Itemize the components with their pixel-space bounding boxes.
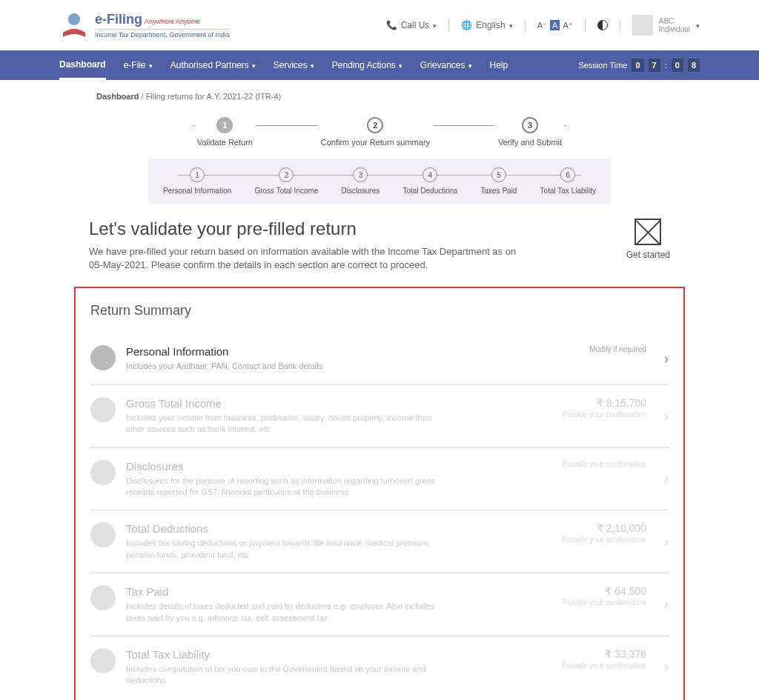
breadcrumb-current: Filing returns for A.Y. 2021-22 (ITR-4) bbox=[146, 92, 282, 101]
get-started-icon bbox=[634, 219, 661, 245]
summary-item-amount: ₹ 8,15,700 bbox=[597, 397, 646, 409]
divider bbox=[525, 19, 526, 31]
get-started[interactable]: Get started bbox=[626, 219, 670, 260]
font-normal[interactable]: A bbox=[550, 20, 560, 30]
logo-text: e-FilingAnywhere Anytime Income Tax Depa… bbox=[95, 12, 230, 39]
call-us-dropdown[interactable]: 📞 Call Us bbox=[386, 20, 437, 30]
summary-item[interactable]: Personal Information Includes your Aadha… bbox=[90, 333, 669, 384]
language-dropdown[interactable]: 🌐 English bbox=[461, 20, 512, 30]
sub-step-5[interactable]: 5Taxes Paid bbox=[481, 167, 517, 195]
summary-item-desc: Includes tax saving deductions or paymen… bbox=[126, 538, 437, 561]
summary-item-note: Provide your confirmation bbox=[563, 536, 646, 544]
summary-item-amount: ₹ 64,500 bbox=[605, 585, 646, 597]
user-type: Individual bbox=[659, 25, 690, 33]
main-step-1[interactable]: 1Validate Return bbox=[194, 117, 256, 147]
efiling-tagline: Anywhere Anytime bbox=[145, 18, 200, 25]
summary-item-title: Personal Information bbox=[126, 345, 525, 358]
chevron-down-icon bbox=[311, 60, 314, 70]
sub-step-1[interactable]: 1Personal Information bbox=[163, 167, 231, 195]
return-summary-box: Return Summary Personal Information Incl… bbox=[74, 287, 685, 700]
sub-stepper: 1Personal Information 2Gross Total Incom… bbox=[148, 159, 611, 204]
nav-authorised-partners[interactable]: Authorised Partners bbox=[170, 50, 256, 80]
summary-item-note: Provide your confirmation bbox=[563, 661, 646, 670]
phone-icon: 📞 bbox=[386, 20, 397, 30]
chevron-down-icon bbox=[149, 60, 153, 70]
time-digit: 0 bbox=[632, 59, 643, 72]
summary-item[interactable]: Tax Paid Includes details of taxes deduc… bbox=[90, 573, 669, 636]
page-subtitle: We have pre-filled your return based on … bbox=[89, 245, 519, 272]
summary-item-desc: Disclosures for the purpose of reporting… bbox=[126, 476, 437, 499]
main-step-2[interactable]: 2Confirm your Return summary bbox=[318, 117, 433, 147]
breadcrumb: Dashboard / Filing returns for A.Y. 2021… bbox=[96, 80, 663, 110]
summary-item-title: Gross Total Income bbox=[126, 397, 525, 410]
sub-step-2[interactable]: 2Gross Total Income bbox=[254, 167, 318, 195]
summary-item-note: Provide your confirmation bbox=[563, 410, 646, 419]
svg-point-0 bbox=[68, 13, 80, 25]
chevron-down-icon bbox=[399, 60, 402, 70]
summary-item-desc: Includes your income from business, prof… bbox=[126, 413, 437, 436]
nav-services[interactable]: Services bbox=[274, 50, 314, 80]
sub-step-3[interactable]: 3Disclosures bbox=[342, 167, 380, 195]
summary-item[interactable]: Disclosures Disclosures for the purpose … bbox=[90, 448, 669, 511]
divider bbox=[585, 19, 586, 31]
main-stepper: 1Validate Return 2Confirm your Return su… bbox=[163, 117, 596, 147]
user-menu[interactable]: ABC Individual bbox=[632, 15, 700, 36]
status-circle-icon bbox=[90, 460, 116, 485]
globe-icon: 🌐 bbox=[461, 20, 472, 30]
status-circle-icon bbox=[90, 585, 116, 610]
time-digit: 7 bbox=[649, 59, 660, 72]
summary-item-title: Disclosures bbox=[126, 460, 525, 473]
chevron-down-icon bbox=[433, 20, 437, 30]
nav-pending-actions[interactable]: Pending Actions bbox=[332, 50, 402, 80]
nav-dashboard[interactable]: Dashboard bbox=[59, 50, 106, 80]
summary-item[interactable]: Total Tax Liability Includes computation… bbox=[90, 636, 669, 699]
validate-heading-area: Let's validate your pre-filled return We… bbox=[89, 219, 670, 272]
divider bbox=[448, 19, 449, 31]
top-controls: 📞 Call Us 🌐 English A⁻ A A⁺ ABC Individu… bbox=[386, 15, 700, 36]
summary-item-note: Provide your confirmation bbox=[563, 460, 646, 468]
main-step-3[interactable]: 3Verify and Submit bbox=[495, 117, 565, 147]
avatar bbox=[632, 15, 653, 36]
chevron-right-icon bbox=[664, 659, 669, 675]
summary-item-title: Total Deductions bbox=[126, 522, 525, 535]
summary-title: Return Summary bbox=[90, 303, 669, 319]
emblem-icon bbox=[59, 10, 89, 40]
breadcrumb-root[interactable]: Dashboard bbox=[96, 92, 139, 101]
font-decrease[interactable]: A⁻ bbox=[537, 21, 547, 30]
nav-help[interactable]: Help bbox=[490, 50, 508, 80]
chevron-down-icon bbox=[509, 20, 513, 30]
summary-item[interactable]: Gross Total Income Includes your income … bbox=[90, 385, 669, 448]
summary-item-amount: ₹ 33,376 bbox=[605, 648, 646, 660]
nav-grievances[interactable]: Grievances bbox=[420, 50, 472, 80]
page-title: Let's validate your pre-filled return bbox=[89, 219, 519, 239]
font-increase[interactable]: A⁺ bbox=[563, 21, 572, 30]
font-size-controls: A⁻ A A⁺ bbox=[537, 20, 573, 30]
summary-item-desc: Includes your Aadhaar, PAN, Contact and … bbox=[126, 361, 437, 372]
nav-efile[interactable]: e-File bbox=[124, 50, 153, 80]
contrast-toggle[interactable] bbox=[597, 20, 608, 30]
user-name: ABC bbox=[659, 17, 690, 25]
chevron-right-icon bbox=[664, 471, 669, 487]
chevron-right-icon bbox=[664, 351, 669, 367]
time-digit: 0 bbox=[672, 59, 683, 72]
chevron-down-icon bbox=[252, 60, 256, 70]
summary-item-desc: Includes computation of tax you owe to t… bbox=[126, 664, 437, 687]
summary-item-amount: ₹ 2,10,000 bbox=[597, 522, 646, 534]
sub-step-6[interactable]: 6Total Tax Liability bbox=[540, 167, 596, 195]
chevron-down-icon bbox=[468, 60, 472, 70]
chevron-right-icon bbox=[664, 597, 669, 613]
chevron-right-icon bbox=[664, 534, 669, 550]
status-circle-icon bbox=[90, 397, 116, 422]
status-circle-icon bbox=[90, 522, 116, 547]
summary-item-note: Modify if required bbox=[589, 345, 646, 353]
logo-area: e-FilingAnywhere Anytime Income Tax Depa… bbox=[59, 10, 230, 40]
efiling-title: e-Filing bbox=[95, 12, 142, 27]
session-time: Session Time 0 7 : 0 8 bbox=[578, 59, 700, 72]
status-circle-icon bbox=[90, 648, 116, 673]
dept-subtitle: Income Tax Department, Government of Ind… bbox=[95, 29, 230, 39]
nav-items: Dashboard e-File Authorised Partners Ser… bbox=[59, 50, 508, 80]
summary-item-title: Tax Paid bbox=[126, 585, 525, 598]
summary-item[interactable]: Total Deductions Includes tax saving ded… bbox=[90, 510, 669, 573]
sub-step-4[interactable]: 4Total Deductions bbox=[402, 167, 457, 195]
user-info: ABC Individual bbox=[659, 17, 690, 33]
